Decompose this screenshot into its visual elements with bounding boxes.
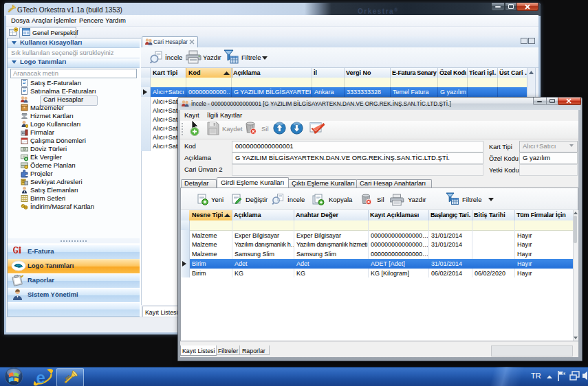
svg-text:e: e <box>36 368 45 386</box>
